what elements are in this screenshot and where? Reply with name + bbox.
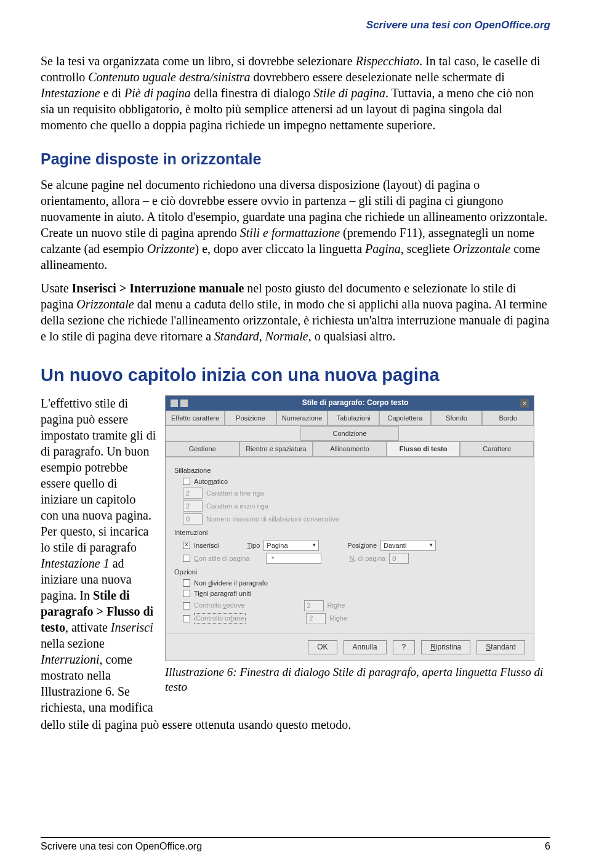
label-vedove: Controllo vedove [194,601,245,609]
text: , [259,329,265,343]
text-italic: Stile di pagina [313,86,385,100]
text-italic: Pagina [365,242,401,255]
label-tieni-uniti: Tieni paragrafi uniti [194,589,251,598]
text: L'effettivo stile di pagina può essere i… [41,396,156,554]
text-italic: Orizzontale [76,297,134,311]
text-italic: Intestazione [41,86,100,100]
label-n-pagina: N. di pagina [350,554,386,563]
text-bold: Inserisci > Interruzione manuale [72,281,244,295]
paragraph-2: Se alcune pagine nel documento richiedon… [41,177,550,273]
spin-vedove: 2 [304,600,324,611]
tab-rientro[interactable]: Rientro e spaziatura [239,441,313,456]
text-italic: Interruzioni [41,653,100,666]
window-icon [171,400,178,407]
dialog-body: Sillabazione Automatico 2Caratteri a fin… [166,457,534,633]
checkbox-con-stile[interactable] [183,555,190,562]
paragraph-left: L'effettivo stile di pagina può essere i… [41,395,156,715]
text-italic: Orizzonte [147,242,195,255]
group-sillabazione: Sillabazione [174,466,525,475]
text: Se la tesi va organizzata come un libro,… [41,54,356,68]
dialog-button-row: OK Annulla ? Ripristina Standard [166,633,534,661]
page-header: Scrivere una tesi con OpenOffice.org [41,18,550,32]
text-italic: Orizzontale [453,242,510,255]
text: dovrebbero essere deselezionate nelle sc… [251,70,505,84]
label-con-stile: Con stile di pagina [194,554,250,563]
tab-bordo[interactable]: Bordo [482,411,534,425]
text-italic: Inserisci [111,621,153,634]
tab-capolettera[interactable]: Capolettera [379,411,431,425]
label-non-dividere: Non dividere il paragrafo [194,579,268,587]
label-tipo: Tipo [247,541,260,550]
checkbox-orfane[interactable] [183,615,190,622]
dialog-title: Stile di paragrafo: Corpo testo [190,398,520,408]
dialog-titlebar: Stile di paragrafo: Corpo testo × [166,396,534,411]
paragraph-1: Se la tesi va organizzata come un libro,… [41,53,550,133]
tab-sfondo[interactable]: Sfondo [431,411,483,425]
text-italic: Piè di pagina [124,86,191,100]
paragraph-after: dello stile di pagina può essere ottenut… [41,717,550,733]
label-inserisci: Inserisci [194,541,219,550]
tab-condizione[interactable]: Condizione [300,426,399,441]
text-italic: Standard [214,329,259,343]
close-icon[interactable]: × [520,399,529,408]
tab-row-3: Gestione Rientro e spaziatura Allineamen… [166,441,534,457]
label-caratteri-fine: Caratteri a fine riga [206,489,264,497]
text-italic: Rispecchiato [356,54,419,68]
text-italic: Intestazione 1 [41,557,110,570]
label-num-max: Numero massimo di sillabazioni consecuti… [206,515,339,523]
text: nella sezione [41,637,105,650]
cancel-button[interactable]: Annulla [344,640,387,655]
text: e di [100,86,124,100]
group-opzioni: Opzioni [174,568,525,576]
dropdown-posizione[interactable]: Davanti [380,540,436,551]
footer-page-number: 6 [545,840,550,853]
tab-tabulazioni[interactable]: Tabulazioni [328,411,379,425]
heading-nuovo-capitolo: Un nuovo capitolo inizia con una nuova p… [41,364,550,387]
ok-button[interactable]: OK [308,640,337,655]
tab-allineamento[interactable]: Allineamento [313,441,387,456]
tab-numerazione[interactable]: Numerazione [276,411,328,425]
text: , scegliete [401,242,453,255]
label-automatico: Automatico [194,477,228,486]
checkbox-inserisci[interactable] [183,542,190,549]
checkbox-automatico[interactable] [183,478,190,485]
checkbox-non-dividere[interactable] [183,579,190,587]
text-italic: Stili e formattazione [240,226,340,239]
spin-n-pagina: 0 [389,553,409,564]
dropdown-stile-pagina [266,553,321,564]
label-orfane: Controllo orfane [194,613,246,623]
checkbox-vedove[interactable] [183,602,190,609]
tab-effetto-carattere[interactable]: Effetto carattere [166,411,225,425]
label-righe-1: Righe [328,601,345,609]
text: , o qualsiasi altro. [308,329,396,343]
dropdown-tipo[interactable]: Pagina [263,540,319,551]
figure-caption: Illustrazione 6: Finestra di dialogo Sti… [165,665,550,694]
paragraph-3: Usate Inserisci > Interruzione manuale n… [41,280,550,344]
tab-gestione[interactable]: Gestione [166,441,239,456]
text-italic: Contenuto uguale destra/sinistra [88,70,250,84]
spin-caratteri-inizio: 2 [183,500,203,512]
tab-posizione[interactable]: Posizione [225,411,276,425]
text-italic: Normale [265,329,308,343]
checkbox-tieni-uniti[interactable] [183,590,190,597]
text: Usate [41,281,72,295]
tab-flusso-di-testo[interactable]: Flusso di testo [387,441,460,456]
text: , attivate [65,621,111,634]
tab-row-1: Effetto carattere Posizione Numerazione … [166,411,534,426]
spin-orfane: 2 [306,613,326,624]
help-button[interactable]: ? [393,640,416,655]
label-caratteri-inizio: Caratteri a inizio riga [206,502,268,510]
reset-button[interactable]: Ripristina [421,640,470,655]
tab-carattere[interactable]: Carattere [460,441,534,456]
footer-title: Scrivere una tesi con OpenOffice.org [41,840,202,853]
text: della finestra di dialogo [191,86,313,100]
dialog-stile-paragrafo: Stile di paragrafo: Corpo testo × Effett… [165,395,534,661]
group-interruzioni: Interruzioni [174,528,525,537]
window-icon [180,400,188,407]
spin-num-max: 0 [183,513,203,524]
text: ) e, dopo aver cliccato la linguetta [195,242,365,255]
standard-button[interactable]: Standard [476,640,525,655]
spin-caratteri-fine: 2 [183,488,203,499]
page-footer: Scrivere una tesi con OpenOffice.org 6 [41,837,550,853]
label-righe-2: Righe [329,614,347,622]
